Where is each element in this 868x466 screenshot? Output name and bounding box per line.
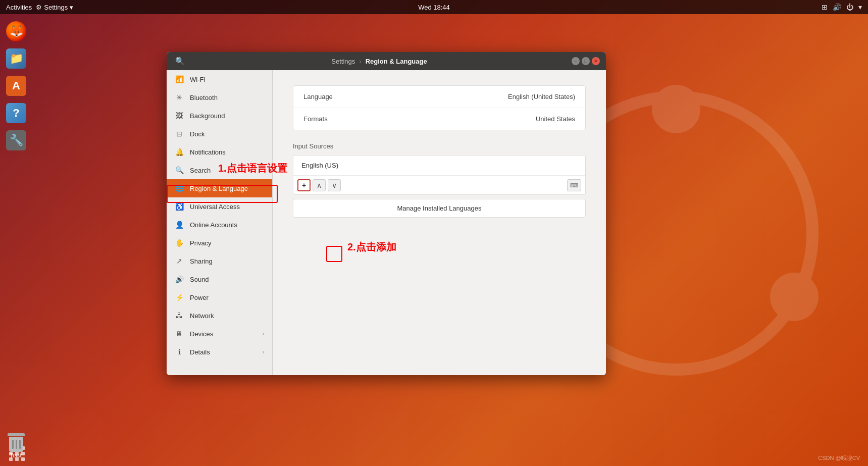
input-source-english-us[interactable]: English (US): [293, 156, 585, 176]
formats-row[interactable]: Formats United States: [293, 108, 585, 130]
add-input-source-button[interactable]: +: [297, 179, 311, 191]
settings-menu-label: Settings: [44, 4, 68, 11]
trash-icon: [7, 433, 25, 452]
title-separator: ›: [359, 58, 361, 65]
language-value: English (United States): [508, 93, 575, 100]
keyboard-layout-button[interactable]: ⌨: [567, 179, 581, 191]
settings-sidebar: 📶 Wi-Fi ✳ Bluetooth 🖼 Background ⊟ Dock …: [167, 70, 273, 375]
sidebar-label-region-language: Region & Language: [190, 185, 248, 192]
minimize-button[interactable]: −: [572, 57, 580, 65]
input-sources-heading: Input Sources: [293, 142, 586, 150]
taskbar: Activities ⚙ Settings ▾ Wed 18:44 ⊞ 🔊 ⏻ …: [0, 0, 868, 14]
power-menu-icon[interactable]: ⏻: [846, 3, 853, 11]
formats-value: United States: [536, 115, 575, 123]
input-sources-controls: + ∧ ∨ ⌨: [293, 176, 585, 194]
sidebar-item-universal-access[interactable]: ♿ Universal Access: [167, 197, 272, 216]
sidebar-item-search[interactable]: 🔍 Search: [167, 161, 272, 179]
sidebar-label-wifi: Wi-Fi: [190, 76, 205, 83]
bell-icon: 🔔: [175, 148, 184, 156]
sidebar-label-privacy: Privacy: [190, 239, 212, 247]
globe-icon: 🌐: [175, 184, 184, 192]
sidebar-label-sound: Sound: [190, 276, 209, 283]
input-source-label: English (US): [301, 162, 338, 169]
watermark-text: CSDN @哦嗖CV: [818, 454, 860, 462]
sidebar-item-notifications[interactable]: 🔔 Notifications: [167, 143, 272, 161]
sidebar-item-network[interactable]: 🖧 Network: [167, 306, 272, 325]
settings-menu-arrow: ▾: [70, 4, 73, 11]
trash-label: Trash: [10, 453, 22, 458]
sidebar-item-region-language[interactable]: 🌐 Region & Language: [167, 179, 272, 197]
details-icon: ℹ: [175, 348, 184, 356]
sidebar-label-search: Search: [190, 167, 211, 174]
sidebar-label-bluetooth: Bluetooth: [190, 94, 218, 101]
sidebar-item-dock[interactable]: ⊟ Dock: [167, 125, 272, 143]
details-chevron-icon: ›: [263, 349, 264, 355]
close-button[interactable]: ✕: [592, 57, 600, 65]
window-titlebar: 🔍 Settings › Region & Language − □ ✕: [167, 52, 606, 70]
sidebar-item-sound[interactable]: 🔊 Sound: [167, 270, 272, 288]
devices-icon: 🖥: [175, 330, 184, 338]
network-status-icon[interactable]: ⊞: [822, 3, 828, 11]
volume-icon[interactable]: 🔊: [833, 3, 841, 11]
svg-point-3: [770, 273, 819, 321]
search-icon: 🔍: [175, 57, 185, 66]
sidebar-item-devices[interactable]: 🖥 Devices ›: [167, 325, 272, 343]
settings-window: 🔍 Settings › Region & Language − □ ✕ 📶 W…: [167, 52, 606, 375]
network-icon: 🖧: [175, 312, 184, 320]
sidebar-label-sharing: Sharing: [190, 257, 213, 265]
sidebar-label-online-accounts: Online Accounts: [190, 221, 237, 229]
sidebar-item-background[interactable]: 🖼 Background: [167, 107, 272, 125]
sidebar-label-notifications: Notifications: [190, 148, 226, 156]
move-up-button[interactable]: ∧: [313, 179, 326, 191]
sidebar-label-dock: Dock: [190, 130, 205, 138]
language-row[interactable]: Language English (United States): [293, 86, 585, 108]
dock-item-files[interactable]: 📁: [4, 46, 28, 71]
maximize-button[interactable]: □: [582, 57, 590, 65]
language-label: Language: [303, 93, 333, 100]
manage-languages-button[interactable]: Manage Installed Languages: [293, 199, 586, 218]
activities-button[interactable]: Activities: [6, 4, 32, 11]
dropdown-arrow-icon[interactable]: ▾: [858, 3, 862, 11]
sharing-icon: ↗: [175, 257, 184, 265]
window-controls: − □ ✕: [572, 57, 600, 65]
input-sources-card: English (US) + ∧ ∨ ⌨: [293, 155, 586, 195]
sidebar-label-devices: Devices: [190, 330, 213, 338]
main-content: Language English (United States) Formats…: [273, 70, 606, 375]
formats-label: Formats: [303, 115, 328, 123]
move-down-button[interactable]: ∨: [328, 179, 341, 191]
privacy-icon: ✋: [175, 239, 184, 247]
sound-icon: 🔊: [175, 275, 184, 283]
wifi-icon: 📶: [175, 75, 184, 83]
sidebar-label-universal-access: Universal Access: [190, 203, 240, 211]
accounts-icon: 👤: [175, 221, 184, 229]
settings-app-title: Settings: [331, 58, 355, 65]
power-icon: ⚡: [175, 293, 184, 301]
dock-item-systemtools[interactable]: 🔧: [4, 128, 28, 152]
accessibility-icon: ♿: [175, 202, 184, 211]
sidebar-item-sharing[interactable]: ↗ Sharing: [167, 252, 272, 270]
settings-gear-icon: ⚙: [36, 4, 42, 11]
sidebar-item-bluetooth[interactable]: ✳ Bluetooth: [167, 88, 272, 107]
sidebar-item-details[interactable]: ℹ Details ›: [167, 343, 272, 361]
bluetooth-icon: ✳: [175, 93, 184, 101]
dock-item-trash[interactable]: Trash: [4, 434, 28, 458]
dock-item-help[interactable]: ?: [4, 101, 28, 125]
devices-chevron-icon: ›: [263, 331, 264, 337]
sidebar-item-online-accounts[interactable]: 👤 Online Accounts: [167, 216, 272, 234]
sidebar-item-wifi[interactable]: 📶 Wi-Fi: [167, 70, 272, 88]
dock-item-firefox[interactable]: 🦊: [4, 19, 28, 43]
dock-item-appcenter[interactable]: A: [4, 74, 28, 98]
sidebar-label-power: Power: [190, 294, 209, 301]
taskbar-datetime: Wed 18:44: [418, 4, 450, 11]
firefox-icon: 🦊: [6, 21, 26, 41]
panel-title: Region & Language: [366, 58, 427, 65]
sidebar-item-power[interactable]: ⚡ Power: [167, 288, 272, 306]
settings-menu[interactable]: ⚙ Settings ▾: [36, 4, 73, 11]
language-formats-card: Language English (United States) Formats…: [293, 85, 586, 130]
sidebar-label-background: Background: [190, 112, 225, 120]
search-sidebar-icon: 🔍: [175, 166, 184, 174]
dock-icon: ⊟: [175, 130, 184, 138]
titlebar-search-button[interactable]: 🔍: [173, 54, 187, 68]
sidebar-item-privacy[interactable]: ✋ Privacy: [167, 234, 272, 252]
sidebar-label-network: Network: [190, 312, 214, 320]
